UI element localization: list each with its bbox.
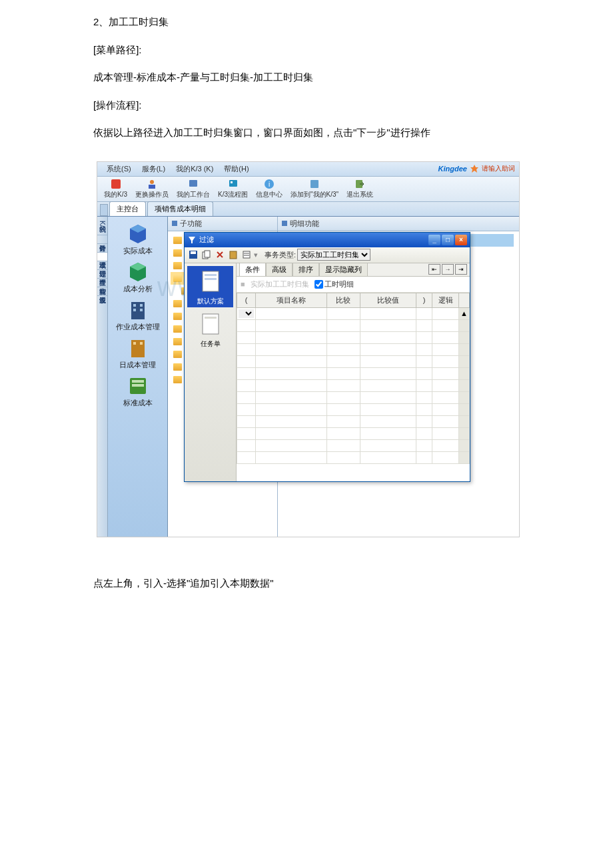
filter-grid[interactable]: ( 项目名称 比较 比较值 ) 逻辑 ▲ bbox=[237, 293, 470, 481]
icon-daily-cost[interactable]: 日成本管理 bbox=[119, 337, 156, 370]
vside-prod[interactable]: 生产管理 bbox=[97, 270, 107, 279]
nav-next[interactable]: → bbox=[442, 264, 454, 275]
folder-icon bbox=[173, 237, 182, 244]
copy-icon[interactable] bbox=[201, 249, 213, 261]
paste-icon[interactable] bbox=[227, 249, 239, 261]
vertical-sidebar: 我的K/3 财务会计 供应链 成本管理 计划管理 生产管理 商业智能 系统设置 bbox=[97, 217, 108, 537]
cell-select[interactable] bbox=[239, 309, 254, 318]
brand-logo: Kingdee bbox=[438, 165, 467, 173]
minimize-button[interactable]: _ bbox=[428, 235, 440, 245]
vside-bi[interactable]: 商业智能 bbox=[97, 279, 107, 287]
scheme-default[interactable]: 默认方案 bbox=[187, 266, 233, 307]
sheet-icon bbox=[200, 313, 221, 337]
tb-addto[interactable]: 添加到"我的K/3" bbox=[287, 177, 342, 201]
tb-info[interactable]: i信息中心 bbox=[252, 177, 287, 201]
biz-type-label: 事务类型: bbox=[265, 250, 296, 260]
icon-cost-analysis[interactable]: 成本分析 bbox=[123, 261, 153, 294]
biz-type-select[interactable]: 实际加工工时归集 bbox=[297, 249, 370, 261]
dialog-scheme-panel: 默认方案 任务单 bbox=[185, 263, 237, 481]
vside-sys[interactable]: 系统设置 bbox=[97, 287, 107, 296]
help-star-icon bbox=[470, 164, 479, 173]
vside-cost[interactable]: 成本管理 bbox=[97, 253, 107, 261]
svg-rect-32 bbox=[243, 251, 250, 258]
help-hint: 请输入助词 bbox=[482, 164, 515, 173]
workspace-icon bbox=[188, 179, 199, 189]
tab-handle[interactable] bbox=[100, 204, 108, 216]
svg-rect-3 bbox=[149, 185, 155, 189]
save-icon[interactable] bbox=[187, 249, 199, 261]
vside-supply[interactable]: 供应链 bbox=[97, 244, 107, 253]
grid-row[interactable] bbox=[237, 367, 470, 379]
maximize-button[interactable]: □ bbox=[442, 235, 454, 245]
svg-rect-17 bbox=[140, 304, 143, 307]
nav-last[interactable]: ⇥ bbox=[455, 264, 467, 275]
svg-rect-19 bbox=[140, 309, 143, 311]
grid-row[interactable] bbox=[237, 355, 470, 367]
dialog-title: 过滤 bbox=[199, 235, 428, 245]
tab-console[interactable]: 主控台 bbox=[109, 201, 146, 216]
grid-row[interactable] bbox=[237, 451, 470, 463]
icon-actual-cost[interactable]: 实际成本 bbox=[123, 223, 153, 256]
scheme-task[interactable]: 任务单 bbox=[187, 313, 233, 349]
doc-heading: 2、加工工时归集 bbox=[93, 9, 520, 35]
icon-job-cost[interactable]: 作业成本管理 bbox=[116, 299, 160, 332]
cube-icon bbox=[127, 223, 149, 245]
tb-exit[interactable]: 退出系统 bbox=[342, 177, 377, 201]
grid-row[interactable] bbox=[237, 391, 470, 403]
menu-path-label: [菜单路径]: bbox=[93, 37, 520, 63]
grid-row[interactable] bbox=[237, 319, 470, 331]
menu-help[interactable]: 帮助(H) bbox=[219, 164, 254, 174]
folder-icon bbox=[173, 351, 182, 358]
col-logic[interactable]: 逻辑 bbox=[432, 293, 459, 307]
tab-sales-detail[interactable]: 项销售成本明细 bbox=[147, 201, 213, 216]
flow-label: [操作流程]: bbox=[93, 93, 520, 118]
tb-workspace[interactable]: 我的工作台 bbox=[173, 177, 214, 201]
menu-myk3[interactable]: 我的K/3 (K) bbox=[171, 164, 219, 174]
vside-finance[interactable]: 财务会计 bbox=[97, 235, 107, 244]
col-field[interactable]: 项目名称 bbox=[256, 293, 327, 307]
svg-rect-39 bbox=[205, 317, 217, 319]
tb-flowchart[interactable]: K/3流程图 bbox=[214, 177, 252, 201]
sheet-icon bbox=[200, 270, 221, 294]
svg-rect-28 bbox=[191, 251, 196, 254]
tab-condition[interactable]: 条件 bbox=[239, 263, 266, 276]
tb-myk3[interactable]: 我的K/3 bbox=[100, 177, 131, 201]
col-value[interactable]: 比较值 bbox=[360, 293, 416, 307]
grid-row[interactable] bbox=[237, 379, 470, 391]
cube-icon bbox=[127, 261, 149, 283]
tab-advanced[interactable]: 高级 bbox=[266, 263, 293, 276]
grid-row[interactable] bbox=[237, 439, 470, 451]
dialog-content: 条件 高级 排序 显示隐藏列 ⇤ → ⇥ ■实际加工工时归集 工时明细 bbox=[237, 263, 470, 481]
col-op[interactable]: 比较 bbox=[326, 293, 360, 307]
nav-first[interactable]: ⇤ bbox=[428, 264, 440, 275]
grid-row[interactable] bbox=[237, 343, 470, 355]
folder-icon bbox=[173, 363, 182, 371]
checkbox-detail[interactable]: 工时明细 bbox=[314, 279, 354, 289]
vside-plan[interactable]: 计划管理 bbox=[97, 261, 107, 270]
grid-row[interactable] bbox=[237, 415, 470, 427]
dialog-titlebar[interactable]: 过滤 _ □ × bbox=[185, 233, 470, 247]
filter-dialog: 过滤 _ □ × ▾ 事务类型: 实际加工工时归集 bbox=[184, 232, 470, 482]
menu-service[interactable]: 服务(L) bbox=[137, 164, 171, 174]
document-footer: 点左上角，引入-选择"追加引入本期数据" bbox=[0, 544, 613, 605]
close-button[interactable]: × bbox=[455, 235, 467, 245]
grid-row[interactable]: ▲ bbox=[237, 307, 470, 319]
tab-columns[interactable]: 显示隐藏列 bbox=[319, 263, 368, 276]
grid-row[interactable] bbox=[237, 427, 470, 439]
main-toolbar: 我的K/3 更换操作员 我的工作台 K/3流程图 i信息中心 添加到"我的K/3… bbox=[97, 177, 519, 202]
footer-text: 点左上角，引入-选择"追加引入本期数据" bbox=[93, 571, 520, 596]
grid-row[interactable] bbox=[237, 403, 470, 415]
col-rparen[interactable]: ) bbox=[416, 293, 432, 307]
vside-myk3[interactable]: 我的K/3 bbox=[97, 217, 107, 235]
star-icon bbox=[111, 179, 121, 189]
checkbox-input[interactable] bbox=[314, 280, 323, 289]
delete-icon[interactable] bbox=[214, 249, 226, 261]
tab-sort[interactable]: 排序 bbox=[293, 263, 319, 276]
col-lparen[interactable]: ( bbox=[237, 293, 256, 307]
list-icon[interactable] bbox=[241, 249, 253, 261]
menu-system[interactable]: 系统(S) bbox=[101, 164, 137, 174]
grid-row[interactable] bbox=[237, 331, 470, 343]
icon-std-cost[interactable]: 标准成本 bbox=[123, 375, 153, 408]
tb-switch-user[interactable]: 更换操作员 bbox=[131, 177, 173, 201]
folder-icon bbox=[173, 313, 182, 320]
